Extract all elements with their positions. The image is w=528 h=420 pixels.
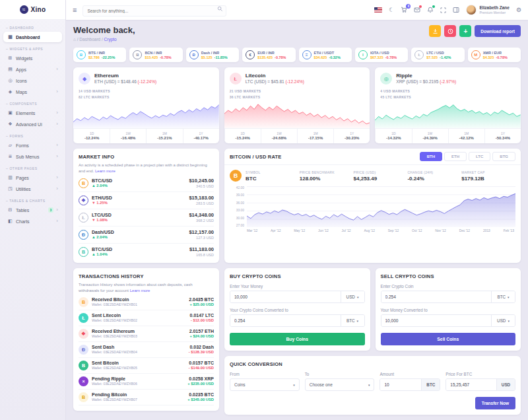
ticker-card[interactable]: M XMR / EUR $4.325 -0.78%: [468, 48, 521, 62]
ticker-card[interactable]: € EUR / INR $135.425 -0.78%: [242, 48, 295, 62]
market-row[interactable]: Đ Dash/USD ▲ 2.04% $12,157.00 127.3 USD: [79, 227, 214, 244]
transaction-row[interactable]: Đ Sent Dash Wallet: 03E2SDAEYWZXB04 0.03…: [79, 342, 214, 358]
sell-coins-button[interactable]: Sell Coins: [381, 333, 516, 345]
sidebar-item[interactable]: ▤ Apps ›: [3, 64, 62, 75]
download-report-button[interactable]: Download report: [475, 25, 521, 37]
transfer-now-button[interactable]: Transfer Now: [475, 397, 515, 409]
rate-tab[interactable]: ETH: [444, 152, 467, 161]
market-row[interactable]: ◆ ETH/USD ▼ 1.25% $15,183.00 283.5 USD: [79, 192, 214, 209]
transaction-row[interactable]: B Received Bitcoin Wallet: 03E2SDAEYWZXB…: [79, 295, 214, 310]
dark-mode-moon-icon[interactable]: ☾: [389, 7, 394, 13]
stat-value: -15.21%: [147, 136, 182, 140]
sidebar-item[interactable]: ▣ Elements ›: [3, 108, 62, 118]
cart-icon[interactable]: 0: [401, 7, 407, 13]
coin-name: Ripple: [396, 73, 456, 79]
currency-select[interactable]: USD▾: [491, 315, 515, 326]
sidebar-item[interactable]: ⊟ Tables 3 ›: [3, 205, 62, 215]
ticker-card[interactable]: B BTS / INR $2.786 -22.25%: [73, 48, 126, 62]
logo-glyph: ≈: [22, 7, 25, 13]
ltc-markets: 82 LTC Markets: [79, 94, 214, 100]
sidebar-item[interactable]: ⊞ Widgets: [3, 53, 62, 63]
transaction-title: Received Bitcoin: [92, 297, 137, 302]
ticker-card[interactable]: I IOTA / USD $67.325 -0.78%: [355, 48, 408, 62]
user-menu[interactable]: Elizabeth Zane Premium Member: [466, 5, 510, 15]
litecoin-sparkline-chart: [224, 100, 370, 128]
transaction-amount: 0.0147 LTC: [190, 313, 214, 318]
chevron-right-icon: ›: [56, 207, 58, 213]
fullscreen-icon[interactable]: [440, 7, 446, 13]
mail-icon[interactable]: [414, 7, 420, 13]
sidebar-item[interactable]: ❖ Advanced Ui ›: [3, 119, 62, 129]
ethereum-icon: ◆: [79, 73, 90, 85]
ticker-card[interactable]: Ł LTC / USD $7.525 -1.42%: [411, 48, 464, 62]
transaction-row[interactable]: Ł Sent Litecoin Wallet: 03E2SDAEYWZXB02 …: [79, 310, 214, 326]
coin-price: XRP (USD) = $0.2195: [396, 79, 438, 84]
brand-logo[interactable]: ≈ Xino: [0, 0, 65, 20]
coins-input[interactable]: [230, 315, 341, 326]
coin-icon: ◆: [79, 195, 88, 205]
transaction-row[interactable]: B Pending Bitcoin Wallet: 03E2SDAEYWZXB0…: [79, 390, 214, 405]
breadcrumb-dashboard[interactable]: Dashboard: [76, 37, 100, 42]
sidebar-item[interactable]: ◎ Icons: [3, 75, 62, 86]
rate-tab[interactable]: BTG: [492, 152, 515, 161]
money-input-group: USD▾: [230, 291, 365, 303]
rate-tab[interactable]: LTC: [469, 152, 490, 161]
rate-tab[interactable]: BTH: [420, 152, 442, 161]
sidebar-item[interactable]: ◧ Charts ›: [3, 216, 62, 227]
transaction-row[interactable]: × Pending Ripple Wallet: 03E2SDAEYWZXB06…: [79, 374, 214, 390]
sidebar-section-label: Other Pages: [6, 166, 59, 170]
sidebar-item[interactable]: ▦ Dashboard: [3, 32, 62, 42]
us-flag-icon[interactable]: [374, 7, 382, 13]
learn-more-link[interactable]: Learn more: [95, 169, 116, 173]
notifications-bell-icon[interactable]: [427, 7, 434, 13]
transaction-row[interactable]: B Sent Bitcoin Wallet: 03E2SDAEYWZXB05 0…: [79, 358, 214, 374]
from-select[interactable]: Coins▾: [230, 378, 300, 391]
buy-coins-button[interactable]: Buy Coins: [230, 333, 365, 345]
card-title: MARKET INFO: [79, 154, 214, 160]
history-clock-button[interactable]: [444, 25, 456, 37]
to-select[interactable]: Choose one▾: [305, 378, 375, 391]
money-input[interactable]: [230, 291, 341, 302]
transaction-delta: - $149.00 USD: [189, 366, 214, 370]
market-subvalue: 127.3 USD: [189, 236, 214, 240]
transaction-row[interactable]: ◆ Received Ethereum Wallet: 03E2SDAEYWZX…: [79, 326, 214, 342]
amount-input[interactable]: [380, 379, 421, 390]
search-input[interactable]: [82, 5, 226, 17]
stat-cell: 1W -16.48%: [110, 129, 146, 143]
sidebar-item[interactable]: ▱ Forms ›: [3, 140, 62, 151]
sidebar-item-icon: ▦: [7, 34, 13, 40]
market-row[interactable]: B BTC/USD ▲ 2.04% $10,245.00 340.5 USD: [79, 175, 214, 192]
ticker-card[interactable]: Đ Dash / INR $5.125 -11.85%: [186, 48, 239, 62]
coins-input[interactable]: [381, 291, 492, 302]
money-input[interactable]: [381, 315, 492, 326]
sidebar-section-widgets-apps: Widgets & Apps ⊞ Widgets ▤ Apps › ◎: [0, 47, 65, 97]
card-title: BITCOIN / USD RATE: [230, 154, 281, 160]
sidebar-item[interactable]: ◳ Utilities ›: [3, 184, 62, 194]
stat-cell: 1D -14.32%: [375, 129, 411, 143]
sidebar-item[interactable]: ▥ Pages ›: [3, 172, 62, 183]
ticker-text: BTS / INR $2.786 -22.25%: [88, 51, 115, 59]
menu-toggle-icon[interactable]: ≡: [73, 7, 77, 14]
sidebar-item[interactable]: ≣ Sub Menus ›: [3, 151, 62, 162]
learn-more-link[interactable]: Learn more: [130, 289, 150, 293]
stat-label: 1Y: [183, 131, 219, 135]
ticker-values: $4.325 -0.78%: [483, 55, 508, 59]
ticker-card[interactable]: B BCN / INR $15.425 -0.78%: [129, 48, 182, 62]
export-button[interactable]: [429, 25, 441, 37]
price-input[interactable]: [446, 379, 496, 390]
search-icon[interactable]: [217, 6, 223, 12]
market-pair: Dash/USD: [92, 230, 114, 234]
coin-select[interactable]: BTC▾: [491, 291, 515, 302]
currency-select[interactable]: USD▾: [341, 291, 364, 302]
settings-gear-icon[interactable]: ⚙: [516, 7, 521, 13]
sidebar-item[interactable]: ◈ Maps ›: [3, 87, 62, 97]
ticker-row: B BTS / INR $2.786 -22.25% B BCN / INR $…: [73, 48, 521, 62]
ticker-card[interactable]: Ξ ETH / USDT $34.625 -0.32%: [299, 48, 352, 62]
market-row[interactable]: B BTC/USD ▲ 1.04% $11,183.00 165.8 USD: [79, 244, 214, 258]
btc-price-chart[interactable]: [247, 186, 515, 227]
amount-field: Amount BTC: [380, 367, 440, 391]
layout-columns-icon[interactable]: [453, 7, 459, 13]
add-button[interactable]: +: [459, 25, 471, 37]
coin-select[interactable]: BTC▾: [341, 315, 364, 326]
market-row[interactable]: Ł LTC/USD ▼ 1.08% $14,348.00 368.2 USD: [79, 209, 214, 227]
